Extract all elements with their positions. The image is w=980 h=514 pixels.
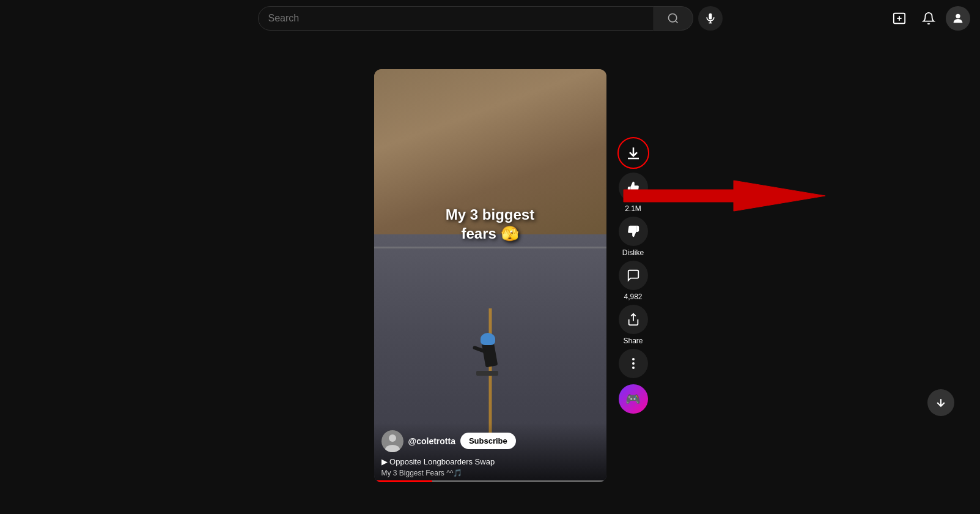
search-icon bbox=[667, 12, 679, 24]
main-content: My 3 biggest fears 🫣 @coletrotta Subscri… bbox=[0, 37, 980, 514]
skater-figure bbox=[471, 330, 508, 379]
thumbs-down-icon bbox=[627, 225, 640, 238]
share-group: Share bbox=[619, 305, 648, 345]
header bbox=[0, 0, 980, 37]
mic-icon bbox=[704, 12, 717, 24]
svg-point-10 bbox=[389, 434, 396, 442]
video-bottom-info: @coletrotta Subscribe ▶ Opposite Longboa… bbox=[374, 423, 606, 482]
account-button[interactable] bbox=[946, 6, 970, 31]
create-icon bbox=[893, 12, 906, 25]
video-area: My 3 biggest fears 🫣 @coletrotta Subscri… bbox=[374, 69, 606, 482]
svg-point-8 bbox=[956, 14, 960, 18]
share-button[interactable] bbox=[619, 305, 648, 334]
progress-fill bbox=[374, 480, 432, 482]
progress-bar[interactable] bbox=[374, 480, 606, 482]
bell-icon bbox=[922, 12, 935, 25]
notifications-button[interactable] bbox=[916, 6, 941, 31]
search-container bbox=[258, 6, 723, 31]
share-label: Share bbox=[623, 337, 643, 345]
share-icon bbox=[627, 313, 640, 326]
more-group bbox=[619, 349, 648, 378]
download-group bbox=[617, 137, 649, 169]
annotation-arrow bbox=[617, 171, 831, 220]
comments-count: 4,982 bbox=[624, 292, 642, 301]
search-bar bbox=[258, 6, 654, 31]
account-icon bbox=[951, 12, 965, 25]
thumbs-up-icon bbox=[627, 181, 640, 194]
more-icon bbox=[632, 358, 635, 369]
avatar-image bbox=[381, 430, 403, 452]
dislike-group: Dislike bbox=[619, 217, 648, 257]
channel-thumbnail[interactable]: 🎮 bbox=[619, 384, 648, 414]
dislike-button[interactable] bbox=[619, 217, 648, 246]
channel-handle[interactable]: @coletrotta bbox=[408, 436, 455, 446]
song-title: ▶ Opposite Longboarders Swap bbox=[381, 457, 599, 466]
more-button[interactable] bbox=[619, 349, 648, 378]
svg-line-1 bbox=[676, 21, 678, 23]
guardrail bbox=[374, 247, 606, 248]
scroll-down-icon bbox=[935, 397, 947, 409]
header-right bbox=[887, 6, 970, 31]
video-title-overlay: My 3 biggest fears 🫣 bbox=[446, 205, 534, 243]
comments-group: 4,982 bbox=[619, 261, 648, 301]
comments-button[interactable] bbox=[619, 261, 648, 290]
mic-button[interactable] bbox=[698, 6, 723, 31]
download-button[interactable] bbox=[617, 137, 649, 169]
comment-icon bbox=[627, 269, 640, 282]
video-background bbox=[374, 69, 606, 482]
channel-thumb-icon: 🎮 bbox=[625, 392, 641, 406]
create-button[interactable] bbox=[887, 6, 912, 31]
search-button[interactable] bbox=[654, 6, 693, 31]
like-count: 2.1M bbox=[625, 204, 641, 213]
like-group: 2.1M bbox=[619, 173, 648, 213]
side-actions: 2.1M Dislike 4,982 bbox=[617, 137, 649, 414]
avatar[interactable] bbox=[381, 430, 403, 452]
scroll-down-button[interactable] bbox=[927, 389, 954, 416]
video-card[interactable]: My 3 biggest fears 🫣 @coletrotta Subscri… bbox=[374, 69, 606, 482]
svg-point-0 bbox=[669, 14, 677, 22]
dislike-label: Dislike bbox=[622, 248, 644, 257]
like-button[interactable] bbox=[619, 173, 648, 202]
svg-rect-2 bbox=[709, 13, 712, 20]
subscribe-button[interactable]: Subscribe bbox=[460, 433, 516, 449]
search-input[interactable] bbox=[268, 13, 644, 24]
download-icon bbox=[626, 146, 641, 160]
svg-marker-14 bbox=[624, 181, 825, 211]
video-description: My 3 Biggest Fears ^^🎵 bbox=[381, 469, 599, 477]
channel-row: @coletrotta Subscribe bbox=[381, 430, 599, 452]
